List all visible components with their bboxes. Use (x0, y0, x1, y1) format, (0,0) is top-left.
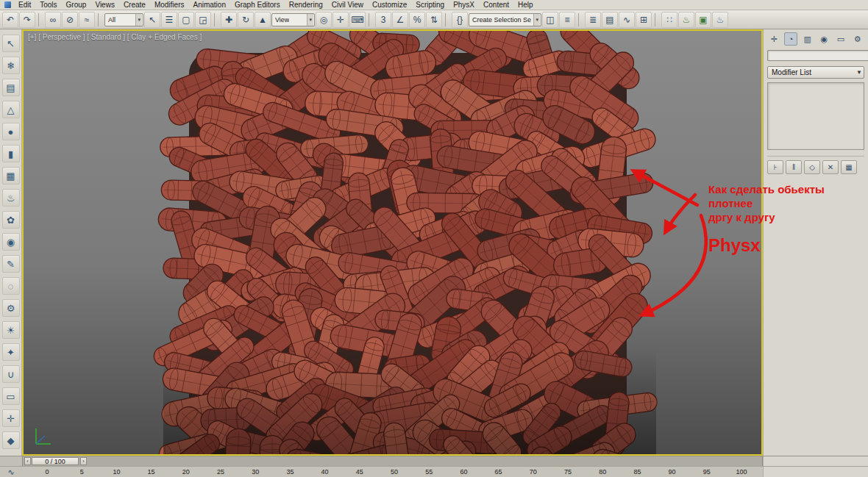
time-slider-handle[interactable]: 0 / 100 (32, 457, 79, 465)
layer-manager-icon[interactable]: ≣ (585, 12, 601, 28)
axis-icon[interactable]: ✛ (2, 409, 20, 427)
command-panel-tabs: ✛◔▥◉▭⚙ (767, 31, 864, 49)
viewport-canvas[interactable] (24, 31, 761, 454)
frame-tick-65: 65 (495, 468, 502, 476)
menu-group[interactable]: Group (62, 0, 91, 10)
menubar: EditToolsGroupViewsCreateModifiersAnimat… (0, 0, 868, 10)
modify-tab-icon[interactable]: ◔ (784, 32, 798, 46)
percent-snap-icon[interactable]: % (409, 12, 425, 28)
sun-icon[interactable]: ☀ (2, 321, 20, 339)
teapot-icon[interactable]: ♨ (2, 189, 20, 207)
keyboard-override-icon[interactable]: ⌨ (349, 12, 366, 28)
viewport-label[interactable]: [+] [ Perspective ] [ Standard ] [ Clay … (28, 33, 202, 41)
star-icon[interactable]: ✦ (2, 343, 20, 361)
menu-customize[interactable]: Customize (368, 0, 411, 10)
eye-icon[interactable]: ◉ (2, 233, 20, 251)
gear-icon[interactable]: ⚙ (2, 299, 20, 317)
bind-to-space-warp-icon[interactable]: ≈ (79, 12, 95, 28)
rectangular-selection-region-icon[interactable]: ▢ (178, 12, 194, 28)
menu-civil-view[interactable]: Civil View (327, 0, 368, 10)
selection-filter-dropdown[interactable]: All▾ (104, 13, 143, 26)
show-end-result-button[interactable]: ‖ (786, 160, 802, 174)
menu-edit[interactable]: Edit (14, 0, 35, 10)
cylinder-icon[interactable]: ▮ (2, 145, 20, 162)
select-and-link-icon[interactable]: ∞ (45, 12, 61, 28)
undo-icon[interactable]: ↶ (2, 12, 18, 28)
menu-rendering[interactable]: Rendering (285, 0, 327, 10)
trackbar-ruler[interactable]: 0510152025303540455055606570758085909510… (22, 467, 763, 477)
spinner-snap-icon[interactable]: ⇅ (426, 12, 442, 28)
angle-snap-icon[interactable]: ∠ (392, 12, 408, 28)
curve-editor-icon[interactable]: ∿ (619, 12, 635, 28)
render-production-icon[interactable]: ♨ (712, 12, 728, 28)
named-selection-sets-icon[interactable]: {} (452, 12, 468, 28)
perspective-viewport[interactable]: [+] [ Perspective ] [ Standard ] [ Clay … (22, 29, 763, 456)
menu-tools[interactable]: Tools (35, 0, 61, 10)
snowflake-icon[interactable]: ❄ (2, 57, 20, 74)
align-icon[interactable]: ≡ (559, 12, 575, 28)
pencil-icon[interactable]: ✎ (2, 255, 20, 273)
next-frame-button[interactable]: › (80, 457, 87, 465)
create-tab-icon[interactable]: ✛ (767, 32, 781, 46)
motion-tab-icon[interactable]: ◉ (817, 32, 831, 46)
object-name-field[interactable] (767, 50, 868, 61)
frame-tick-15: 15 (148, 468, 155, 476)
frame-tick-30: 30 (252, 468, 259, 476)
toolbar-separator (655, 13, 658, 26)
snaps-toggle-icon[interactable]: 3 (375, 12, 391, 28)
mirror-icon[interactable]: ◫ (542, 12, 558, 28)
grid-icon[interactable]: ▦ (2, 167, 20, 184)
cone-icon[interactable]: △ (2, 101, 20, 118)
select-and-rotate-icon[interactable]: ↻ (238, 12, 254, 28)
ring-icon[interactable]: ◌ (2, 277, 20, 295)
modifier-stack[interactable] (767, 82, 864, 150)
menu-create[interactable]: Create (119, 0, 150, 10)
menu-views[interactable]: Views (90, 0, 119, 10)
diamond-icon[interactable]: ◆ (2, 431, 20, 449)
schematic-view-icon[interactable]: ⊞ (636, 12, 652, 28)
remove-modifier-button[interactable]: ✕ (822, 160, 839, 174)
time-slider-track[interactable]: ‹ 0 / 100 › (22, 456, 763, 466)
use-pivot-center-icon[interactable]: ◎ (316, 12, 332, 28)
select-and-move-icon[interactable]: ✚ (221, 12, 237, 28)
select-and-manipulate-icon[interactable]: ✛ (332, 12, 349, 28)
select-pointer-icon[interactable]: ↖ (2, 35, 20, 52)
camera-icon[interactable]: ▭ (2, 387, 20, 405)
menu-graph-editors[interactable]: Graph Editors (230, 0, 285, 10)
document-icon[interactable]: ▤ (2, 79, 20, 96)
sphere-icon[interactable]: ● (2, 123, 20, 140)
chevron-down-icon: ▾ (135, 14, 142, 26)
mini-curve-editor-button[interactable]: ∿ (0, 467, 22, 477)
rendered-frame-icon[interactable]: ▣ (695, 12, 711, 28)
previous-frame-button[interactable]: ‹ (24, 457, 31, 465)
menu-help[interactable]: Help (513, 0, 538, 10)
flower-icon[interactable]: ✿ (2, 211, 20, 229)
magnet-icon[interactable]: ∪ (2, 365, 20, 383)
hierarchy-tab-icon[interactable]: ▥ (800, 32, 814, 46)
app-logo-icon[interactable] (4, 1, 11, 8)
reference-coordinate-dropdown[interactable]: View▾ (271, 13, 315, 26)
named-selection-dropdown[interactable]: Create Selection Se▾ (469, 13, 541, 26)
display-tab-icon[interactable]: ▭ (834, 32, 848, 46)
redo-icon[interactable]: ↷ (19, 12, 35, 28)
material-editor-icon[interactable]: ∷ (661, 12, 677, 28)
select-by-name-icon[interactable]: ☰ (161, 12, 177, 28)
chevron-down-icon: ▼ (856, 69, 862, 76)
unlink-selection-icon[interactable]: ⊘ (62, 12, 78, 28)
configure-modifier-sets-button[interactable]: ▦ (841, 160, 857, 174)
render-setup-icon[interactable]: ♨ (678, 12, 694, 28)
ribbon-toggle-icon[interactable]: ▤ (602, 12, 618, 28)
modifier-list-dropdown[interactable]: Modifier List ▼ (767, 66, 864, 79)
menu-physx[interactable]: PhysX (449, 0, 479, 10)
utilities-tab-icon[interactable]: ⚙ (850, 32, 864, 46)
select-and-scale-icon[interactable]: ▲ (255, 12, 271, 28)
menu-modifiers[interactable]: Modifiers (150, 0, 189, 10)
select-object-icon[interactable]: ↖ (144, 12, 160, 28)
menu-content[interactable]: Content (479, 0, 513, 10)
window-crossing-icon[interactable]: ◲ (195, 12, 211, 28)
menu-animation[interactable]: Animation (188, 0, 230, 10)
make-unique-button[interactable]: ◇ (804, 160, 820, 174)
menu-scripting[interactable]: Scripting (411, 0, 449, 10)
pin-stack-button[interactable]: ⊦ (767, 160, 783, 174)
frame-tick-20: 20 (182, 468, 190, 476)
